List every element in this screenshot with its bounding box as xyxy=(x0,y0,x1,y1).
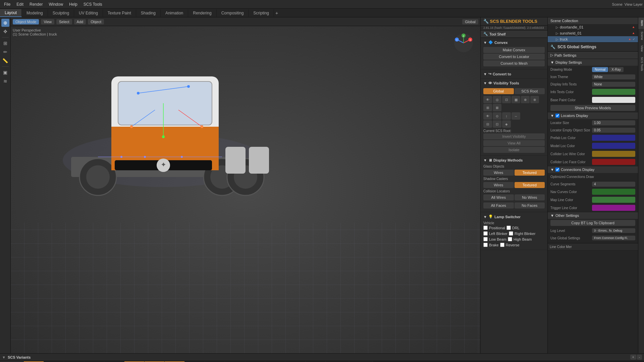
vis-icon-12[interactable]: ↔ xyxy=(512,112,520,120)
tree-item-truck[interactable]: ▷ truck 🔺 ✓ xyxy=(548,36,638,42)
locator-size-value[interactable]: 1.00 xyxy=(592,120,635,125)
vis-icon-5[interactable]: ⊕ xyxy=(521,96,530,103)
glass-textured-btn[interactable]: Textured xyxy=(515,170,545,176)
copy-bt-log-btn[interactable]: Copy BT Log To Clipboard xyxy=(550,220,635,226)
use-global-value[interactable]: From Common Config Fi. xyxy=(592,236,635,240)
log-level-value[interactable]: 3 - Errors.. fo. Debug xyxy=(592,228,635,233)
collider-face-color-swatch[interactable] xyxy=(592,159,635,165)
xray-mode-btn[interactable]: X-Ray xyxy=(609,67,624,72)
vis-icon-7[interactable]: ⊞ xyxy=(483,104,492,111)
vis-icon-10[interactable]: ⊙ xyxy=(493,112,501,120)
tab-sculpting[interactable]: Sculpting xyxy=(48,9,74,17)
toolbar-sculpt[interactable]: ≋ xyxy=(1,77,9,85)
locator-empty-value[interactable]: 0.05 xyxy=(592,128,635,133)
convert-to-title[interactable]: ▼ ↪ Convert to xyxy=(482,71,546,77)
other-settings-title[interactable]: ▼ Other Settings xyxy=(548,212,638,219)
high-beam-checkbox[interactable] xyxy=(508,237,512,241)
tab-texture-paint[interactable]: Texture Paint xyxy=(103,9,136,17)
nav-curves-color-swatch[interactable] xyxy=(592,189,635,195)
add-tab-btn[interactable]: + xyxy=(275,10,278,16)
toolbar-annotate[interactable]: ✏ xyxy=(1,48,9,56)
normal-mode-btn[interactable]: Normal xyxy=(592,67,608,72)
object-mode-btn[interactable]: Object Mode xyxy=(13,19,39,24)
drl-checkbox[interactable] xyxy=(506,226,511,230)
shadow-wires-btn[interactable]: Wires xyxy=(483,182,514,188)
tab-rendering[interactable]: Rendering xyxy=(188,9,216,17)
no-wires-btn[interactable]: No Wires xyxy=(515,194,545,200)
scene-collection-title[interactable]: Scene Collection xyxy=(548,17,638,24)
vis-icon-14[interactable]: ⊡ xyxy=(493,120,501,128)
rs-tab-scene[interactable]: Scene xyxy=(638,29,644,43)
vis-icon-3[interactable]: ⊡ xyxy=(502,96,511,103)
tab-modeling[interactable]: Modeling xyxy=(22,9,48,17)
make-convex-btn[interactable]: Make Convex xyxy=(483,47,545,53)
show-preview-btn[interactable]: Show Preview Models xyxy=(550,105,635,111)
tree-item-sunshield[interactable]: ▷ sunshield_01 🔺 xyxy=(548,30,638,36)
vis-icon-2[interactable]: ◎ xyxy=(493,96,501,103)
display-info-value[interactable]: None xyxy=(592,82,635,87)
toolbar-select-cursor[interactable]: ⊕ xyxy=(1,19,9,27)
right-blinker-checkbox[interactable] xyxy=(509,231,513,236)
rs-tab-view[interactable]: View xyxy=(638,43,644,54)
locators-display-checkbox[interactable] xyxy=(555,114,559,118)
positional-checkbox[interactable] xyxy=(483,226,488,230)
glass-wires-btn[interactable]: Wires xyxy=(483,170,514,176)
collider-wire-color-swatch[interactable] xyxy=(592,151,635,157)
viewport-gizmo[interactable]: X Y Z xyxy=(453,33,474,53)
menu-render[interactable]: Render xyxy=(27,1,45,7)
vis-icon-8[interactable]: ⊠ xyxy=(493,104,501,111)
no-faces-btn[interactable]: No Faces xyxy=(515,202,545,208)
all-wires-btn[interactable]: All Wires xyxy=(483,194,514,200)
shadow-textured-btn[interactable]: Textured xyxy=(515,182,545,188)
locators-display-title[interactable]: ▼ Locators Display xyxy=(548,112,638,119)
tree-item-doortandle[interactable]: ▷ doortandle_01 🔺 xyxy=(548,24,638,30)
display-settings-title[interactable]: ▼ Display Settings xyxy=(548,59,638,66)
tab-uv-editing[interactable]: UV Editing xyxy=(74,9,103,17)
vis-icon-1[interactable]: 👁 xyxy=(483,96,492,103)
view-menu-btn[interactable]: View xyxy=(41,19,54,24)
select-menu-btn[interactable]: Select xyxy=(56,19,72,24)
tab-layout[interactable]: Layout xyxy=(0,9,22,17)
info-texts-color-swatch[interactable] xyxy=(592,89,635,95)
display-methods-title[interactable]: ▼ 🖥 Display Methods xyxy=(482,157,546,163)
menu-help[interactable]: Help xyxy=(66,1,80,7)
tab-animation[interactable]: Animation xyxy=(161,9,188,17)
convert-to-locator-btn[interactable]: Convert to Locator xyxy=(483,54,545,60)
connections-display-title[interactable]: ▼ Connections Display xyxy=(548,166,638,173)
convert-to-mesh-btn[interactable]: Convert to Mesh xyxy=(483,60,545,66)
add-variant-btn[interactable]: + xyxy=(630,355,636,360)
vis-icon-11[interactable]: ↕ xyxy=(502,112,511,120)
isolate-btn[interactable]: Isolate xyxy=(483,147,545,153)
menu-edit[interactable]: Edit xyxy=(14,1,26,7)
vis-icon-13[interactable]: ⊟ xyxy=(483,120,492,128)
model-loc-color-swatch[interactable] xyxy=(592,143,635,149)
curve-segments-value[interactable]: 4 xyxy=(592,182,635,187)
menu-file[interactable]: File xyxy=(1,1,13,7)
rs-tab-item[interactable]: Item xyxy=(638,17,644,29)
base-paint-color-swatch[interactable] xyxy=(592,97,635,103)
rs-tab-scs[interactable]: SCS Tools xyxy=(638,54,644,74)
variant-collapse-icon[interactable]: ▼ xyxy=(2,355,6,359)
coordinate-system-btn[interactable]: Global xyxy=(462,19,478,24)
visibility-section-title[interactable]: ▼ 👁 Visibility Tools xyxy=(482,80,546,86)
global-visibility-btn[interactable]: Global xyxy=(483,88,514,94)
toolbar-measure[interactable]: 📏 xyxy=(1,57,9,65)
path-settings-title[interactable]: ▷ Path Settings xyxy=(548,52,638,59)
prefab-loc-color-swatch[interactable] xyxy=(592,135,635,141)
trigger-line-color-swatch[interactable] xyxy=(592,205,635,211)
object-menu-btn[interactable]: Object xyxy=(88,19,104,24)
tab-scripting[interactable]: Scripting xyxy=(249,9,274,17)
invert-visibility-btn[interactable]: Invert Visibility xyxy=(483,133,545,139)
reverse-checkbox[interactable] xyxy=(500,243,504,247)
tab-compositing[interactable]: Compositing xyxy=(217,9,249,17)
vis-icon-6[interactable]: ⊗ xyxy=(530,96,539,103)
left-blinker-checkbox[interactable] xyxy=(483,231,488,236)
scs-root-visibility-btn[interactable]: SCS Root xyxy=(515,88,545,94)
add-menu-btn[interactable]: Add xyxy=(74,19,86,24)
menu-scs-tools[interactable]: SCS Tools xyxy=(81,1,105,7)
convex-section-title[interactable]: ▼ 🔷 Convex xyxy=(482,39,546,46)
toolbar-move[interactable]: ✥ xyxy=(1,27,9,36)
remove-variant-btn[interactable]: - xyxy=(637,355,642,360)
map-line-color-swatch[interactable] xyxy=(592,197,635,203)
view-all-btn[interactable]: View All xyxy=(483,140,545,146)
